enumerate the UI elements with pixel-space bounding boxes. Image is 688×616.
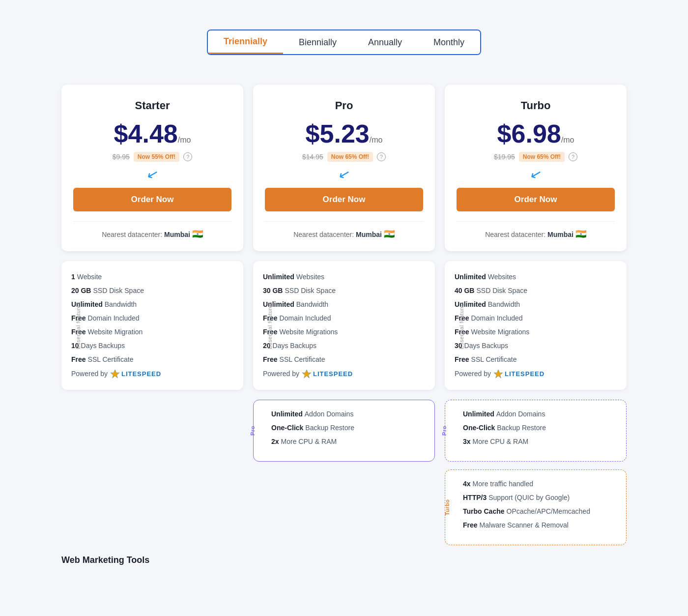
turbo-original-price: $19.95 xyxy=(494,153,515,161)
starter-datacenter: Nearest datacenter: Mumbai 🇮🇳 xyxy=(73,221,231,239)
list-item: FreeDomain Included xyxy=(263,314,425,322)
billing-tabs: Triennially Biennially Annually Monthly xyxy=(207,29,481,55)
list-item: UnlimitedAddon Domains xyxy=(463,410,616,418)
plan-turbo: Turbo $6.98/mo $19.95 Now 65% Off! ? ↙ O… xyxy=(445,85,627,251)
tab-monthly[interactable]: Monthly xyxy=(418,30,480,54)
starter-arrow-icon: ↙ xyxy=(145,165,160,183)
list-item: 1Website xyxy=(71,273,233,281)
turbo-exclusive-features: Turbo 4xMore traffic handled HTTP/3Suppo… xyxy=(445,469,627,545)
pro-litespeed: Powered by LITESPEED xyxy=(263,369,425,378)
list-item: One-ClickBackup Restore xyxy=(271,424,425,432)
list-item: 2xMore CPU & RAM xyxy=(271,438,425,445)
list-item: UnlimitedBandwidth xyxy=(455,300,617,308)
turbo-plan-name: Turbo xyxy=(457,99,615,112)
pro-addon-features: Pro UnlimitedAddon Domains One-ClickBack… xyxy=(253,400,435,462)
pro-datacenter: Nearest datacenter: Mumbai 🇮🇳 xyxy=(265,221,423,239)
list-item: FreeWebsite Migration xyxy=(71,328,233,336)
starter-help-icon[interactable]: ? xyxy=(183,152,192,161)
starter-price: $4.48/mo xyxy=(73,120,231,148)
turbo-help-icon[interactable]: ? xyxy=(569,152,577,161)
list-item: One-ClickBackup Restore xyxy=(463,424,616,432)
essential-features-row: Essential features 1Website 20 GBSSD Dis… xyxy=(61,261,627,390)
list-item: UnlimitedAddon Domains xyxy=(271,410,425,418)
list-item: 30Days Backups xyxy=(455,342,617,350)
pro-essential-features: Essential features UnlimitedWebsites 30 … xyxy=(253,261,435,390)
svg-marker-2 xyxy=(494,370,503,378)
starter-empty-slot xyxy=(61,400,243,462)
starter-plan-name: Starter xyxy=(73,99,231,112)
pro-discount-badge: Now 65% Off! xyxy=(327,152,373,162)
tab-triennially[interactable]: Triennially xyxy=(208,30,283,54)
starter-litespeed: Powered by LITESPEED xyxy=(71,369,233,378)
starter-order-button[interactable]: Order Now xyxy=(73,188,231,211)
list-item: 30 GBSSD Disk Space xyxy=(263,287,425,294)
list-item: 3xMore CPU & RAM xyxy=(463,438,616,445)
list-item: UnlimitedBandwidth xyxy=(71,300,233,308)
litespeed-logo: LITESPEED xyxy=(494,369,545,378)
turbo-empty-slot-2 xyxy=(253,469,435,545)
list-item: 20 GBSSD Disk Space xyxy=(71,287,233,294)
turbo-pro-addon-label: Pro xyxy=(441,426,447,436)
turbo-exclusive-label: Turbo xyxy=(444,499,450,516)
list-item: UnlimitedBandwidth xyxy=(263,300,425,308)
plan-pro: Pro $5.23/mo $14.95 Now 65% Off! ? ↙ Ord… xyxy=(253,85,435,251)
list-item: FreeWebsite Migrations xyxy=(263,328,425,336)
starter-discount-badge: Now 55% Off! xyxy=(134,152,179,162)
tab-annually[interactable]: Annually xyxy=(352,30,418,54)
list-item: FreeSSL Certificate xyxy=(263,355,425,363)
pro-price: $5.23/mo xyxy=(265,120,423,148)
list-item: FreeDomain Included xyxy=(71,314,233,322)
pro-addon-label: Pro xyxy=(250,426,256,436)
turbo-empty-slot-1 xyxy=(61,469,243,545)
list-item: 10Days Backups xyxy=(71,342,233,350)
list-item: FreeSSL Certificate xyxy=(71,355,233,363)
pro-help-icon[interactable]: ? xyxy=(377,152,386,161)
plan-starter: Starter $4.48/mo $9.95 Now 55% Off! ? ↙ … xyxy=(61,85,243,251)
list-item: FreeMalware Scanner & Removal xyxy=(463,521,616,529)
tab-biennially[interactable]: Biennially xyxy=(283,30,352,54)
turbo-essential-features: Essential features UnlimitedWebsites 40 … xyxy=(445,261,627,390)
footer-brand: Web Marketing Tools xyxy=(61,555,627,565)
list-item: UnlimitedWebsites xyxy=(455,273,617,281)
list-item: HTTP/3Support (QUIC by Google) xyxy=(463,494,616,501)
pro-original-price: $14.95 xyxy=(302,153,323,161)
list-item: FreeWebsite Migrations xyxy=(455,328,617,336)
pro-essential-label: Essential features xyxy=(267,302,273,349)
starter-original-price: $9.95 xyxy=(113,153,130,161)
list-item: Turbo CacheOPcache/APC/Memcached xyxy=(463,507,616,515)
turbo-order-button[interactable]: Order Now xyxy=(457,188,615,211)
svg-marker-0 xyxy=(111,370,119,378)
litespeed-logo: LITESPEED xyxy=(111,369,161,378)
starter-essential-features: Essential features 1Website 20 GBSSD Dis… xyxy=(61,261,243,390)
turbo-discount-badge: Now 65% Off! xyxy=(519,152,565,162)
list-item: UnlimitedWebsites xyxy=(263,273,425,281)
turbo-litespeed: Powered by LITESPEED xyxy=(455,369,617,378)
turbo-pro-addon-features: Pro UnlimitedAddon Domains One-ClickBack… xyxy=(445,400,627,462)
list-item: 20Days Backups xyxy=(263,342,425,350)
turbo-essential-label: Essential features xyxy=(459,302,464,349)
list-item: 4xMore traffic handled xyxy=(463,480,616,488)
list-item: FreeDomain Included xyxy=(455,314,617,322)
pro-arrow-icon: ↙ xyxy=(337,165,352,183)
pro-order-button[interactable]: Order Now xyxy=(265,188,423,211)
turbo-price: $6.98/mo xyxy=(457,120,615,148)
list-item: 40 GBSSD Disk Space xyxy=(455,287,617,294)
litespeed-logo: LITESPEED xyxy=(302,369,353,378)
pro-plan-name: Pro xyxy=(265,99,423,112)
plan-cards-row: Starter $4.48/mo $9.95 Now 55% Off! ? ↙ … xyxy=(61,85,627,251)
list-item: FreeSSL Certificate xyxy=(455,355,617,363)
turbo-datacenter: Nearest datacenter: Mumbai 🇮🇳 xyxy=(457,221,615,239)
turbo-arrow-icon: ↙ xyxy=(528,165,544,183)
starter-essential-label: Essential features xyxy=(75,302,81,349)
svg-marker-1 xyxy=(302,370,311,378)
